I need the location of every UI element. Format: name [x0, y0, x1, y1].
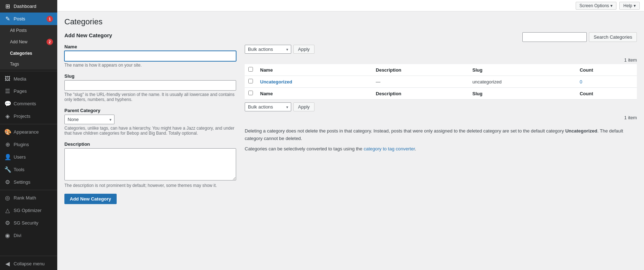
name-input[interactable]: [64, 51, 236, 61]
info-text-1: Deleting a category does not delete the …: [245, 128, 565, 134]
parent-select[interactable]: None: [64, 115, 114, 124]
row-description-cell: —: [372, 76, 469, 88]
sidebar-item-tools[interactable]: 🔧 Tools: [0, 163, 57, 176]
search-categories-button[interactable]: Search Categories: [589, 32, 637, 42]
sidebar-label: Add New: [10, 39, 42, 44]
item-count-bottom: 1 item: [245, 114, 637, 122]
sidebar-label: Tags: [10, 62, 53, 67]
sidebar-item-categories[interactable]: Categories: [0, 48, 57, 59]
sidebar-item-tags[interactable]: Tags: [0, 59, 57, 69]
apply-top-button[interactable]: Apply: [293, 45, 314, 54]
divider-bottom: [0, 256, 57, 256]
divider: [0, 124, 57, 124]
slug-input[interactable]: [64, 80, 236, 91]
sg-security-icon: ⚙: [4, 220, 11, 226]
parent-label: Parent Category: [64, 108, 236, 113]
sidebar-item-sg-optimizer[interactable]: △ SG Optimizer: [0, 204, 57, 217]
sidebar-item-add-new[interactable]: Add New 2: [0, 36, 57, 48]
slug-hint: The "slug" is the URL-friendly version o…: [64, 92, 236, 102]
sidebar-item-all-posts[interactable]: All Posts: [0, 25, 57, 36]
sidebar-item-comments[interactable]: 💬 Comments: [0, 97, 57, 110]
add-category-button[interactable]: Add New Category: [64, 194, 117, 204]
settings-icon: ⚙: [4, 179, 11, 185]
name-column-header[interactable]: Name: [257, 64, 372, 76]
sidebar-item-appearance[interactable]: 🎨 Appearance: [0, 126, 57, 138]
sidebar-label: Users: [14, 154, 53, 160]
help-button[interactable]: Help ▾: [619, 2, 640, 10]
sidebar-item-divi[interactable]: ◉ Divi: [0, 229, 57, 242]
row-slug-cell: uncategorized: [469, 76, 576, 88]
sidebar-item-sg-security[interactable]: ⚙ SG Security: [0, 217, 57, 229]
category-count-link[interactable]: 0: [580, 79, 582, 85]
parent-hint: Categories, unlike tags, can have a hier…: [64, 126, 236, 136]
row-checkbox[interactable]: [248, 79, 253, 83]
add-category-form: Add New Category Name The name is how it…: [64, 32, 236, 204]
bulk-actions-bottom-select[interactable]: Bulk actions: [245, 102, 291, 111]
bulk-actions-top-select[interactable]: Bulk actions: [245, 45, 291, 54]
sidebar-label: Comments: [14, 101, 53, 106]
name-hint: The name is how it appears on your site.: [64, 63, 236, 68]
page-title-bar: Categories: [64, 17, 637, 26]
sidebar-item-posts[interactable]: ✎ Posts 1: [0, 13, 57, 25]
bulk-actions-top: Bulk actions ▾ Apply: [245, 45, 637, 54]
divider: [0, 71, 57, 71]
slug-label: Slug: [64, 73, 236, 79]
categories-table-section: Search Categories Bulk actions ▾ Apply 1…: [245, 32, 637, 155]
help-label: Help: [623, 3, 632, 8]
category-tag-converter-link[interactable]: category to tag converter: [364, 146, 415, 151]
bulk-select-bottom-wrap: Bulk actions ▾: [245, 102, 291, 111]
divi-icon: ◉: [4, 232, 11, 239]
rank-math-icon: ◎: [4, 194, 11, 201]
plugins-icon: ⊕: [4, 141, 11, 148]
table-top-bar: Search Categories: [245, 32, 637, 42]
slug-footer-header[interactable]: Slug: [469, 88, 576, 100]
sidebar-label: Dashboard: [14, 4, 53, 9]
sidebar-item-projects[interactable]: ◈ Projects: [0, 110, 57, 122]
slug-column-header[interactable]: Slug: [469, 64, 576, 76]
sidebar-label: Settings: [14, 179, 53, 185]
sidebar-item-plugins[interactable]: ⊕ Plugins: [0, 138, 57, 151]
sidebar-label: Appearance: [14, 129, 53, 135]
sidebar-item-rank-math[interactable]: ◎ Rank Math: [0, 192, 57, 204]
info-text-2-end: .: [415, 146, 416, 151]
select-all-footer-checkbox[interactable]: [248, 91, 253, 95]
name-field: Name The name is how it appears on your …: [64, 44, 236, 68]
description-input[interactable]: [64, 148, 236, 180]
name-label: Name: [64, 44, 236, 49]
search-input[interactable]: [522, 32, 587, 42]
slug-field: Slug The "slug" is the URL-friendly vers…: [64, 73, 236, 102]
description-footer-header[interactable]: Description: [372, 88, 469, 100]
sg-optimizer-icon: △: [4, 207, 11, 214]
row-name-cell: Uncategorized: [257, 76, 372, 88]
posts-badge: 1: [47, 16, 53, 22]
sidebar-item-dashboard[interactable]: ⊞ Dashboard: [0, 0, 57, 13]
search-bar: Search Categories: [522, 32, 637, 42]
sidebar-item-users[interactable]: 👤 Users: [0, 151, 57, 163]
count-footer-header[interactable]: Count: [576, 88, 637, 100]
info-section: Deleting a category does not delete the …: [245, 127, 637, 153]
category-name-link[interactable]: Uncategorized: [260, 79, 292, 85]
sidebar-label: Media: [14, 76, 53, 82]
appearance-icon: 🎨: [4, 129, 11, 135]
sidebar-item-pages[interactable]: ☰ Pages: [0, 85, 57, 97]
apply-bottom-button[interactable]: Apply: [293, 102, 314, 111]
projects-icon: ◈: [4, 113, 11, 120]
screen-options-button[interactable]: Screen Options ▾: [576, 2, 617, 10]
count-column-header[interactable]: Count: [576, 64, 637, 76]
name-footer-header[interactable]: Name: [257, 88, 372, 100]
parent-select-wrap: None ▾: [64, 115, 114, 124]
media-icon: 🖼: [4, 76, 11, 82]
pages-icon: ☰: [4, 88, 11, 95]
description-column-header[interactable]: Description: [372, 64, 469, 76]
help-chevron-icon: ▾: [634, 3, 636, 8]
sidebar-item-media[interactable]: 🖼 Media: [0, 73, 57, 85]
screen-options-chevron-icon: ▾: [610, 3, 613, 8]
sidebar-item-collapse[interactable]: ◀ Collapse menu: [0, 257, 57, 270]
bulk-select-top-wrap: Bulk actions ▾: [245, 45, 291, 54]
add-new-badge: 2: [47, 39, 53, 45]
select-all-checkbox[interactable]: [248, 67, 253, 72]
row-checkbox-cell: [245, 76, 257, 88]
sidebar-item-settings[interactable]: ⚙ Settings: [0, 176, 57, 188]
info-paragraph-1: Deleting a category does not delete the …: [245, 127, 637, 143]
content-area: Categories Add New Category Name The nam…: [57, 11, 644, 270]
